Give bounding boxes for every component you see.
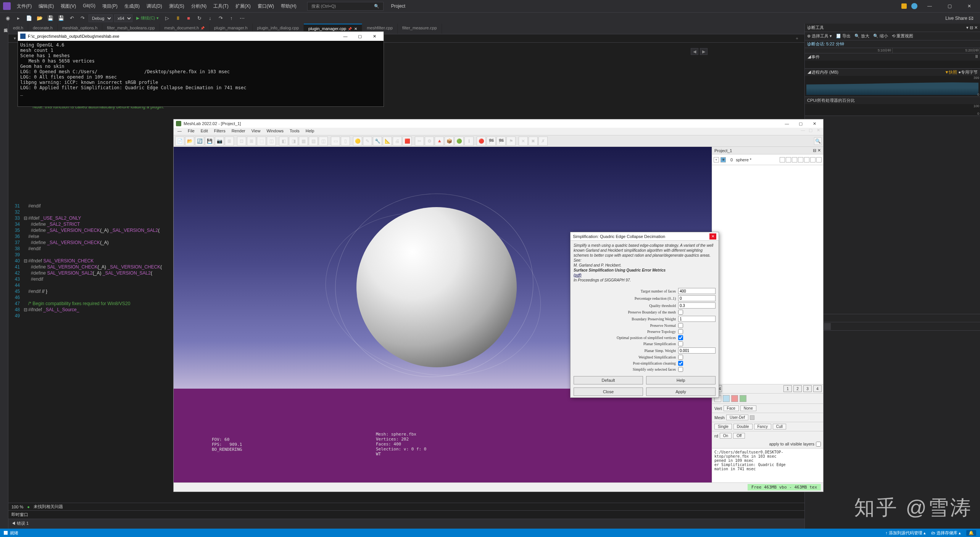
close-button[interactable]: ✕	[962, 2, 977, 10]
layer-opt-icon-7[interactable]	[816, 157, 822, 162]
dialog-close-button[interactable]: ✕	[709, 233, 716, 240]
toolbar-icon[interactable]: 🏁	[487, 137, 496, 146]
pause-icon[interactable]: ⏸	[173, 14, 182, 23]
menu-item[interactable]: 调试(D)	[143, 2, 165, 11]
menu-item[interactable]: 编辑(E)	[35, 2, 57, 11]
page-3[interactable]: 3	[803, 385, 812, 392]
page-1[interactable]: 1	[783, 385, 792, 392]
shading-fancy[interactable]: Fancy	[754, 424, 771, 429]
toolbar-icon[interactable]: 🟢	[455, 137, 464, 146]
panel-dock-icons[interactable]: ▾ ⊟ ✕	[966, 25, 978, 30]
toolbar-icon[interactable]: 📦	[445, 137, 454, 146]
toolbar-icon[interactable]: ✕	[519, 137, 528, 146]
warning-icon[interactable]	[901, 3, 907, 9]
save-all-icon[interactable]: 💾	[56, 14, 66, 23]
default-button[interactable]: Default	[574, 376, 643, 384]
render-mode-icon-2[interactable]	[723, 395, 730, 402]
menu-item[interactable]: 项目(P)	[99, 2, 121, 11]
stop-icon[interactable]: ■	[184, 14, 193, 23]
page-2[interactable]: 2	[793, 385, 802, 392]
page-4[interactable]: 4	[813, 385, 822, 392]
preserve-boundary-checkbox[interactable]	[678, 310, 683, 315]
meshlab-menu-item[interactable]: Filters	[212, 128, 228, 135]
toolbar-icon[interactable]: 🏁	[496, 137, 506, 146]
nav-back-icon[interactable]: ◉	[3, 14, 12, 23]
meshlab-menu-item[interactable]: Tools	[287, 128, 302, 135]
toolbar-icon[interactable]: ✖	[529, 137, 538, 146]
toolbar-icon[interactable]: ◫	[319, 137, 328, 146]
toolbar-icon[interactable]: 📷	[215, 137, 224, 146]
ml-close[interactable]: ✕	[808, 121, 821, 126]
tab-prev-button[interactable]: ◀	[691, 48, 698, 55]
reset-view-button[interactable]: ⟲重置视图	[892, 33, 913, 39]
undo-icon[interactable]: ↶	[67, 14, 76, 23]
close-button[interactable]: Close	[574, 387, 643, 396]
toolbar-icon[interactable]: 🟡	[353, 137, 362, 146]
toolbar-icon[interactable]: 📐	[383, 137, 392, 146]
toolbar-icon[interactable]: 🔴	[477, 137, 486, 146]
step-out-icon[interactable]: ↑	[227, 14, 236, 23]
new-icon[interactable]: 📄	[24, 14, 34, 23]
menu-item[interactable]: 视图(V)	[58, 2, 79, 11]
open-icon[interactable]: 📂	[35, 14, 44, 23]
backface-off[interactable]: Off	[733, 433, 745, 439]
mesh-color-swatch[interactable]	[750, 415, 754, 420]
help-button[interactable]: Help	[646, 376, 716, 384]
pdf-link[interactable]: (pdf)	[574, 273, 716, 278]
toolbar-icon[interactable]: 🔺	[435, 137, 444, 146]
continue-button[interactable]: ▶ 继续(C) ▾	[134, 15, 161, 21]
select-tool-button[interactable]: ⊕选择工具▾	[807, 33, 832, 39]
maximize-button[interactable]: ▢	[942, 2, 957, 10]
shading-cull[interactable]: Cull	[773, 424, 786, 429]
toolbar-icon[interactable]: ⊞	[247, 137, 256, 146]
errors-tab[interactable]: 错误 1	[17, 521, 29, 526]
vert-face-chip[interactable]: Face	[724, 405, 739, 411]
zoom-in-button[interactable]: 🔍放大	[854, 33, 869, 39]
props-pages-icon[interactable]	[824, 323, 831, 330]
mdi-close[interactable]: ✕	[815, 128, 822, 133]
add-view-icon[interactable]: ＋	[793, 35, 801, 42]
menu-item[interactable]: 分析(N)	[188, 2, 210, 11]
boundary-weight-input[interactable]	[678, 316, 716, 322]
layer-opt-icon-5[interactable]	[804, 157, 809, 162]
apply-button[interactable]: Apply	[646, 387, 716, 396]
editor-tab[interactable]: filter_measure.cpp	[398, 24, 442, 34]
toolbar-icon[interactable]: 🔧	[373, 137, 382, 146]
console-output[interactable]: Using OpenGL 4.6 mesh count 1 Scene has …	[18, 41, 384, 106]
meshlab-menu-item[interactable]: Edit	[198, 128, 210, 135]
toolbar-icon[interactable]: ✎	[363, 137, 372, 146]
ml-minimize[interactable]: —	[780, 121, 793, 126]
toolbar-icon[interactable]: ▯	[341, 137, 350, 146]
planar-weight-input[interactable]	[678, 347, 716, 354]
vert-none-chip[interactable]: None	[740, 405, 756, 411]
preserve-normal-checkbox[interactable]	[678, 323, 683, 328]
ml-maximize[interactable]: ▢	[794, 121, 807, 126]
expand-icon[interactable]: +	[714, 157, 719, 162]
live-share-button[interactable]: Live Share 🖂	[941, 16, 977, 21]
mdi-dash-icon[interactable]: —	[175, 128, 184, 135]
weighted-simp-checkbox[interactable]	[678, 355, 683, 360]
step-into-icon[interactable]: ↓	[205, 14, 214, 23]
shading-single[interactable]: Single	[714, 424, 732, 429]
menu-item[interactable]: Git(G)	[80, 2, 98, 11]
platform-select[interactable]: x64	[114, 14, 132, 22]
mdi-min[interactable]: —	[799, 128, 806, 133]
meshlab-menu-item[interactable]: Help	[303, 128, 317, 135]
target-faces-input[interactable]	[678, 288, 716, 294]
notification-badge[interactable]: 🔔	[966, 530, 976, 536]
toolbar-icon[interactable]: 🖨	[393, 137, 402, 146]
toolbar-icon[interactable]: ▭	[331, 137, 340, 146]
toolbar-icon[interactable]: ◨	[289, 137, 298, 146]
toolbar-icon[interactable]: 📂	[185, 137, 194, 146]
render-mode-icon-4[interactable]	[740, 395, 746, 402]
menu-item[interactable]: 扩展(X)	[232, 2, 254, 11]
toolbar-icon[interactable]: ⚑	[506, 137, 516, 146]
console-close[interactable]: ✕	[368, 34, 381, 39]
menu-item[interactable]: 文件(F)	[14, 2, 35, 11]
toolbar-icon[interactable]: 🟥	[403, 137, 412, 146]
menu-item[interactable]: 生成(B)	[121, 2, 143, 11]
apply-all-checkbox[interactable]	[816, 442, 821, 447]
backface-on[interactable]: On	[720, 433, 732, 439]
save-icon[interactable]: 💾	[46, 14, 55, 23]
shading-double[interactable]: Double	[733, 424, 753, 429]
